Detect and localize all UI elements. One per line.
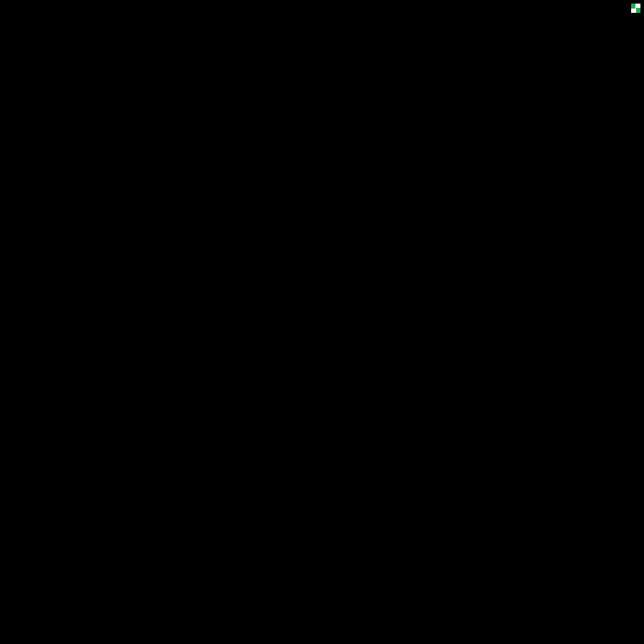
radar-display <box>0 0 644 644</box>
overlay-layer <box>0 0 644 644</box>
cod-logo-icon <box>631 4 640 13</box>
status-bar <box>0 629 644 643</box>
product-status-text <box>318 630 326 643</box>
velocity-colorbar <box>625 67 639 571</box>
colorbar-tick-labels <box>593 67 622 571</box>
